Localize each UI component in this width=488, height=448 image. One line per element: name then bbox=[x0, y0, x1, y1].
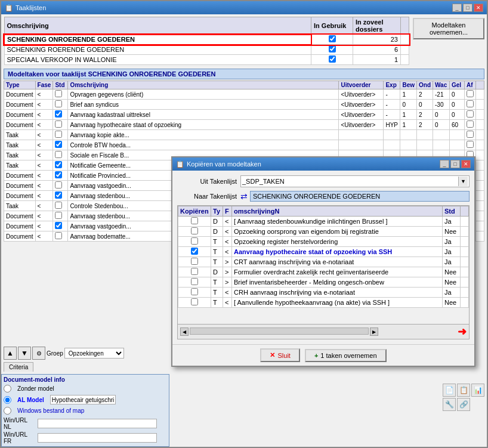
kopieren-checkbox[interactable] bbox=[191, 278, 198, 285]
modal-table-scroll: Kopiëren Ty F omschrijvingN Std D<[ Aanv… bbox=[177, 205, 470, 325]
scroll-track[interactable] bbox=[190, 327, 369, 335]
modal-cell-scroll bbox=[461, 267, 469, 277]
modal-cell-std: Ja bbox=[443, 217, 461, 227]
modal-cell-kopieren[interactable] bbox=[178, 298, 211, 308]
uit-takenlijst-row: Uit Takenlijst _SDP_TAKEN ▼ bbox=[177, 175, 470, 187]
main-window: 📋 Taaklijsten _ □ ✕ Omschrijving In Gebr… bbox=[0, 0, 488, 448]
modal-cell-std: Ja bbox=[443, 237, 461, 247]
modal-cell-kopieren[interactable] bbox=[178, 288, 211, 298]
modal-cell-scroll bbox=[461, 217, 469, 227]
modal-th-omschrijving: omschrijvingN bbox=[232, 206, 443, 217]
modal-overlay: 📋 Kopiëren van modeltaken _ □ ✕ Uit Take… bbox=[1, 1, 488, 448]
modal-cell-kopieren[interactable] bbox=[178, 247, 211, 257]
modal-cell-kopieren[interactable] bbox=[178, 237, 211, 247]
modal-cell-omschrijving: Opzoeking oorsprong van eigendom bij reg… bbox=[232, 227, 443, 237]
modal-th-f: F bbox=[223, 206, 232, 217]
modal-th-std: Std bbox=[443, 206, 461, 217]
swap-icon: ⇄ bbox=[240, 191, 248, 201]
modal-cell-ty: T bbox=[211, 277, 223, 288]
scroll-right-button[interactable]: ▶ bbox=[370, 327, 378, 336]
modal-footer: ✕ Sluit + 1 taken overnemen bbox=[172, 344, 474, 366]
modal-cell-std: Ja bbox=[443, 257, 461, 267]
modal-minimize-button[interactable]: _ bbox=[440, 160, 449, 168]
modal-cell-f: < bbox=[223, 227, 232, 237]
accept-icon: + bbox=[314, 352, 318, 359]
modal-cell-f: < bbox=[223, 247, 232, 257]
modal-table-row[interactable]: D<[ Aanvraag stedenbouwkundige inlichtin… bbox=[178, 217, 469, 227]
modal-table-row[interactable]: D<Opzoeking oorsprong van eigendom bij r… bbox=[178, 227, 469, 237]
modal-cell-ty: T bbox=[211, 288, 223, 298]
accept-label: 1 taken overnemen bbox=[320, 352, 376, 359]
cancel-icon: ✕ bbox=[270, 351, 275, 359]
kopieren-checkbox[interactable] bbox=[191, 298, 198, 305]
modal-table-container: Kopiëren Ty F omschrijvingN Std D<[ Aanv… bbox=[177, 205, 470, 339]
modal-cell-omschrijving: Opzoeking register herstelvordering bbox=[232, 237, 443, 247]
modal-cell-kopieren[interactable] bbox=[178, 217, 211, 227]
modal-cell-scroll bbox=[461, 227, 469, 237]
uit-takenlijst-dropdown[interactable]: _SDP_TAKEN ▼ bbox=[240, 175, 470, 187]
kopieren-checkbox[interactable] bbox=[191, 237, 198, 245]
modal-table: Kopiëren Ty F omschrijvingN Std D<[ Aanv… bbox=[178, 206, 469, 308]
modal-cell-f: > bbox=[223, 257, 232, 267]
dropdown-arrow-icon[interactable]: ▼ bbox=[458, 177, 468, 186]
modal-cell-kopieren[interactable] bbox=[178, 277, 211, 288]
arrow-right-icon: ➜ bbox=[458, 325, 467, 338]
modal-cell-f: < bbox=[223, 288, 232, 298]
modal-table-row[interactable]: T>Brief inventarisbeheerder - Melding on… bbox=[178, 277, 469, 288]
modal-cell-ty: D bbox=[211, 227, 223, 237]
modal-title-buttons: _ □ ✕ bbox=[440, 160, 471, 168]
kopieren-checkbox[interactable] bbox=[191, 248, 198, 255]
overnemen-button[interactable]: + 1 taken overnemen bbox=[305, 349, 387, 362]
cancel-label: Sluit bbox=[277, 352, 290, 359]
modal-cell-ty: T bbox=[211, 257, 223, 267]
naar-row-content: ⇄ SCHENKING ONROERENDE GOEDEREN bbox=[240, 191, 470, 202]
uit-takenlijst-value: _SDP_TAKEN bbox=[242, 178, 458, 185]
modal-table-row[interactable]: T<[ Aanvullende hypotheekaanvraag (na ak… bbox=[178, 298, 469, 308]
modal-title-left: 📋 Kopiëren van modeltaken bbox=[176, 160, 261, 168]
modal-cell-f: < bbox=[223, 298, 232, 308]
modal-cell-omschrijving: Formulier overdracht zakelijk recht geïn… bbox=[232, 267, 443, 277]
uit-takenlijst-label: Uit Takenlijst bbox=[177, 178, 237, 185]
modal-cell-f: < bbox=[223, 237, 232, 247]
kopieren-checkbox[interactable] bbox=[191, 258, 198, 265]
modal-table-row[interactable]: D>Formulier overdracht zakelijk recht ge… bbox=[178, 267, 469, 277]
sluit-button[interactable]: ✕ Sluit bbox=[260, 348, 299, 362]
modal-cell-std: Ja bbox=[443, 288, 461, 298]
kopieren-checkbox[interactable] bbox=[191, 217, 198, 224]
modal-cell-omschrijving: Aanvraag hypothecaire staat of opzoeking… bbox=[232, 247, 443, 257]
modal-cell-f: < bbox=[223, 217, 232, 227]
modal-dialog: 📋 Kopiëren van modeltaken _ □ ✕ Uit Take… bbox=[171, 156, 475, 367]
kopieren-checkbox[interactable] bbox=[191, 288, 198, 295]
modal-cell-scroll bbox=[461, 277, 469, 288]
naar-takenlijst-value: SCHENKING ONROERENDE GOEDEREN bbox=[250, 191, 470, 202]
kopieren-checkbox[interactable] bbox=[191, 227, 198, 234]
kopieren-checkbox[interactable] bbox=[191, 268, 198, 275]
modal-cell-f: > bbox=[223, 267, 232, 277]
modal-maximize-button[interactable]: □ bbox=[450, 160, 460, 168]
modal-content: Uit Takenlijst _SDP_TAKEN ▼ Naar Takenli… bbox=[172, 171, 474, 344]
modal-cell-omschrijving: [ Aanvraag stedenbouwkundige inlichtinge… bbox=[232, 217, 443, 227]
modal-cell-std: Ja bbox=[443, 247, 461, 257]
modal-cell-ty: D bbox=[211, 217, 223, 227]
modal-title-bar: 📋 Kopiëren van modeltaken _ □ ✕ bbox=[172, 157, 474, 171]
modal-cell-ty: T bbox=[211, 247, 223, 257]
modal-cell-omschrijving: [ Aanvullende hypotheekaanvraag (na akte… bbox=[232, 298, 443, 308]
modal-scroll-bar: ◀ ▶ ➜ bbox=[177, 325, 470, 339]
naar-takenlijst-label: Naar Takenlijst bbox=[177, 193, 237, 200]
modal-table-row[interactable]: T<CRH aanvraag inschrijving via e-notari… bbox=[178, 288, 469, 298]
modal-cell-kopieren[interactable] bbox=[178, 267, 211, 277]
modal-cell-scroll bbox=[461, 237, 469, 247]
naar-takenlijst-row: Naar Takenlijst ⇄ SCHENKING ONROERENDE G… bbox=[177, 191, 470, 202]
modal-cell-std: Nee bbox=[443, 277, 461, 288]
modal-title: Kopiëren van modeltaken bbox=[187, 160, 261, 168]
modal-table-row[interactable]: T<Aanvraag hypothecaire staat of opzoeki… bbox=[178, 247, 469, 257]
modal-table-row[interactable]: T>CRT aanvraag inschrijving via e-notari… bbox=[178, 257, 469, 267]
modal-cell-std: Nee bbox=[443, 227, 461, 237]
modal-cell-kopieren[interactable] bbox=[178, 257, 211, 267]
modal-cell-kopieren[interactable] bbox=[178, 227, 211, 237]
modal-table-row[interactable]: T<Opzoeking register herstelvorderingJa bbox=[178, 237, 469, 247]
modal-cell-std: Nee bbox=[443, 298, 461, 308]
scroll-left-button[interactable]: ◀ bbox=[180, 327, 189, 336]
modal-cell-ty: T bbox=[211, 237, 223, 247]
modal-close-button[interactable]: ✕ bbox=[461, 160, 471, 168]
